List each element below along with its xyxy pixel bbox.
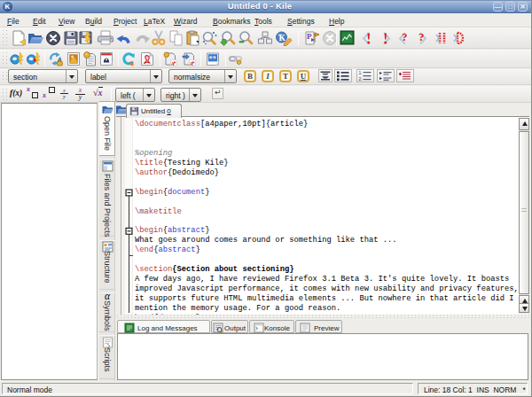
svg-text:?: ? (402, 30, 408, 43)
svg-text:?: ? (419, 30, 425, 43)
svg-text:2.: 2. (359, 76, 363, 82)
svg-text:K: K (278, 34, 286, 43)
svg-text:1.: 1. (359, 70, 363, 75)
